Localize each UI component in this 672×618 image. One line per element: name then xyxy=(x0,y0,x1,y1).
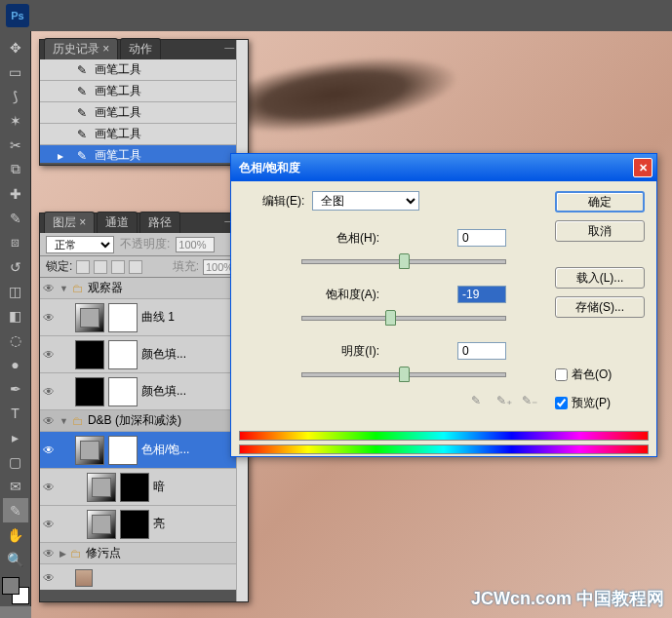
adjustment-thumb[interactable] xyxy=(75,340,104,369)
ok-button[interactable]: 确定 xyxy=(555,191,645,212)
marquee-tool[interactable]: ▭ xyxy=(3,59,28,84)
layer-group[interactable]: 👁 ▼ 🗀 D&B (加深和减淡) xyxy=(40,410,248,432)
save-button[interactable]: 存储(S)... xyxy=(555,296,645,318)
visibility-icon[interactable]: 👁 xyxy=(42,518,56,531)
slice-tool[interactable]: ⧉ xyxy=(3,157,28,181)
visibility-icon[interactable]: 👁 xyxy=(42,348,56,362)
layer-item[interactable]: 👁 暗 xyxy=(40,469,248,506)
history-item[interactable]: ✎ 画笔工具 xyxy=(40,81,248,102)
visibility-icon[interactable]: 👁 xyxy=(42,414,56,428)
notes-tool[interactable]: ✉ xyxy=(3,474,28,498)
history-tab[interactable]: 历史记录 × xyxy=(44,38,118,59)
edit-select[interactable]: 全图 xyxy=(312,191,419,211)
hand-tool[interactable]: ✋ xyxy=(3,522,28,547)
move-tool[interactable]: ✥ xyxy=(3,35,28,59)
visibility-icon[interactable]: 👁 xyxy=(42,282,56,295)
mask-thumb[interactable] xyxy=(108,436,138,465)
gradient-tool[interactable]: ◧ xyxy=(3,303,28,328)
lightness-slider[interactable] xyxy=(301,365,506,384)
visibility-icon[interactable]: 👁 xyxy=(42,571,56,585)
zoom-tool[interactable]: 🔍 xyxy=(3,547,28,571)
adjustment-thumb[interactable] xyxy=(75,377,104,406)
lock-transparency-icon[interactable] xyxy=(76,260,90,274)
load-button[interactable]: 载入(L)... xyxy=(555,267,645,289)
history-item[interactable]: ▸ ✎ 画笔工具 xyxy=(40,145,248,163)
visibility-icon[interactable]: 👁 xyxy=(42,444,56,457)
mask-thumb[interactable] xyxy=(108,377,138,406)
adjustment-thumb[interactable] xyxy=(87,510,116,539)
stamp-tool[interactable]: ⧇ xyxy=(3,230,28,254)
visibility-icon[interactable]: 👁 xyxy=(42,385,56,399)
path-select-tool[interactable]: ▸ xyxy=(3,425,28,449)
colorize-checkbox-row[interactable]: 着色(O) xyxy=(555,367,645,383)
hue-input[interactable] xyxy=(457,229,506,247)
scrollbar[interactable] xyxy=(236,59,248,163)
slider-thumb[interactable] xyxy=(399,367,410,382)
dialog-titlebar[interactable]: 色相/饱和度 ✕ xyxy=(231,154,656,181)
hue-slider[interactable] xyxy=(301,251,506,271)
opacity-input[interactable] xyxy=(176,237,215,252)
lock-all-icon[interactable] xyxy=(129,260,142,274)
shape-tool[interactable]: ▢ xyxy=(3,449,28,474)
mask-thumb[interactable] xyxy=(120,473,149,502)
eraser-tool[interactable]: ◫ xyxy=(3,279,28,303)
lightness-input[interactable] xyxy=(457,342,506,360)
actions-tab[interactable]: 动作 xyxy=(120,38,161,59)
visibility-icon[interactable]: 👁 xyxy=(42,481,56,494)
slider-thumb[interactable] xyxy=(399,253,410,269)
crop-tool[interactable]: ✂ xyxy=(3,133,28,157)
layer-item[interactable]: 👁 颜色填... xyxy=(40,373,248,410)
adjustment-thumb[interactable] xyxy=(75,303,104,332)
color-swatches[interactable] xyxy=(2,577,29,604)
disclosure-icon[interactable]: ▼ xyxy=(59,284,68,293)
layer-item[interactable]: 👁 xyxy=(40,564,248,590)
slider-thumb[interactable] xyxy=(385,310,396,326)
preview-checkbox[interactable] xyxy=(555,397,568,409)
adjustment-thumb[interactable] xyxy=(87,473,116,502)
history-item[interactable]: ✎ 画笔工具 xyxy=(40,124,248,145)
visibility-icon[interactable]: 👁 xyxy=(42,547,56,560)
history-brush-tool[interactable]: ↺ xyxy=(3,254,28,279)
fg-color[interactable] xyxy=(2,577,20,595)
image-thumb[interactable] xyxy=(75,569,93,587)
layer-item[interactable]: 👁 色相/饱... xyxy=(40,432,248,469)
disclosure-icon[interactable]: ▼ xyxy=(59,416,68,426)
channels-tab[interactable]: 通道 xyxy=(97,212,138,233)
type-tool[interactable]: T xyxy=(3,401,28,425)
colorize-checkbox[interactable] xyxy=(555,368,568,381)
eyedropper-icon[interactable]: ✎ xyxy=(471,394,489,411)
mask-thumb[interactable] xyxy=(108,340,138,369)
close-button[interactable]: ✕ xyxy=(633,158,652,177)
history-item[interactable]: ✎ 画笔工具 xyxy=(40,102,248,124)
lasso-tool[interactable]: ⟆ xyxy=(3,84,28,108)
paths-tab[interactable]: 路径 xyxy=(139,212,180,233)
wand-tool[interactable]: ✶ xyxy=(3,108,28,133)
brush-tool[interactable]: ✎ xyxy=(3,206,28,230)
adjustment-thumb[interactable] xyxy=(75,436,104,465)
layers-tab[interactable]: 图层 × xyxy=(44,212,95,233)
heal-tool[interactable]: ✚ xyxy=(3,181,28,206)
lock-pixels-icon[interactable] xyxy=(94,260,107,274)
visibility-icon[interactable]: 👁 xyxy=(42,311,56,325)
mask-thumb[interactable] xyxy=(108,303,138,332)
panel-minimize-icon[interactable]: — xyxy=(224,42,234,53)
layer-group[interactable]: 👁 ▼ 🗀 观察器 xyxy=(40,278,248,299)
layer-item[interactable]: 👁 颜色填... xyxy=(40,336,248,373)
layer-item[interactable]: 👁 曲线 1 xyxy=(40,299,248,336)
disclosure-icon[interactable]: ▶ xyxy=(59,549,66,559)
eyedropper-add-icon[interactable]: ✎₊ xyxy=(496,394,514,411)
eyedropper-tool[interactable]: ✎ xyxy=(3,498,28,522)
dodge-tool[interactable]: ● xyxy=(3,352,28,376)
preview-checkbox-row[interactable]: 预览(P) xyxy=(555,395,645,411)
pen-tool[interactable]: ✒ xyxy=(3,376,28,401)
blend-mode-select[interactable]: 正常 xyxy=(46,236,114,253)
cancel-button[interactable]: 取消 xyxy=(555,220,645,242)
lock-position-icon[interactable] xyxy=(111,260,125,274)
saturation-slider[interactable] xyxy=(301,308,506,328)
mask-thumb[interactable] xyxy=(120,510,149,539)
eyedropper-sub-icon[interactable]: ✎₋ xyxy=(522,394,539,411)
layer-item[interactable]: 👁 亮 xyxy=(40,506,248,543)
history-item[interactable]: ✎ 画笔工具 xyxy=(40,59,248,81)
layer-group[interactable]: 👁 ▶ 🗀 修污点 xyxy=(40,543,248,564)
blur-tool[interactable]: ◌ xyxy=(3,328,28,352)
